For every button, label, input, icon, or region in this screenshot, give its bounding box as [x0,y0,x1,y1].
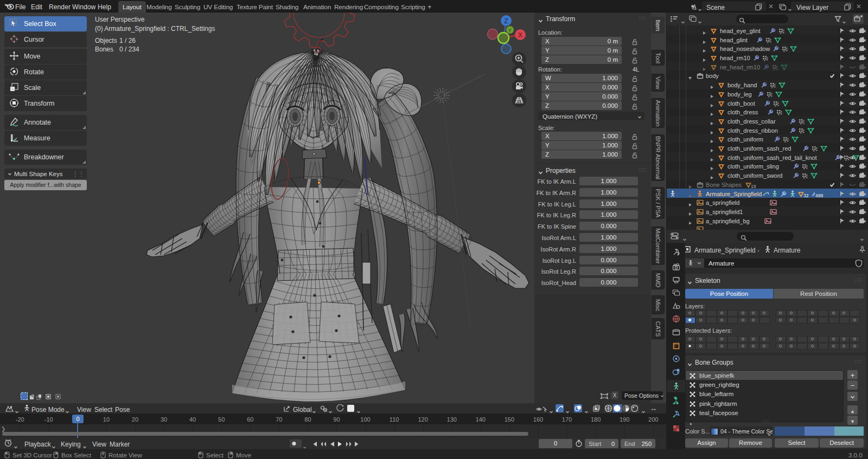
svg-text:Z: Z [504,17,508,25]
svg-text:Y: Y [508,27,512,33]
svg-text:X: X [518,31,522,39]
